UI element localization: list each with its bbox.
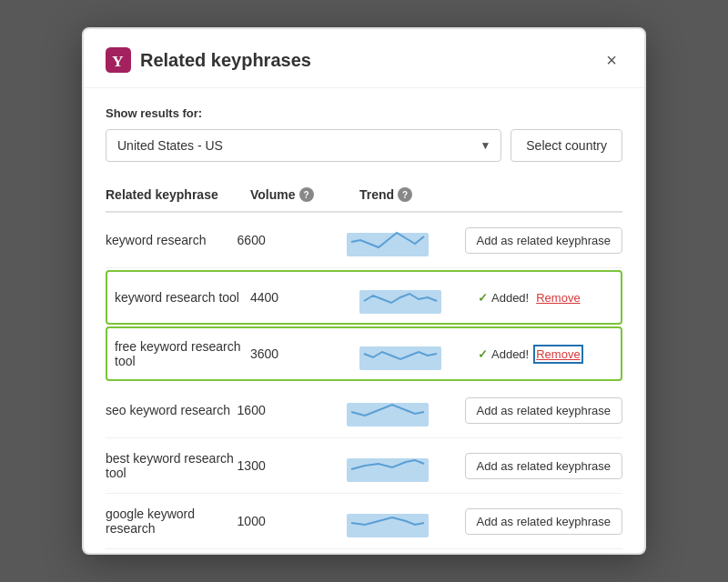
modal-body: Show results for: United States - US ▼ S… [84, 88, 644, 553]
country-select[interactable]: United States - US [106, 129, 501, 162]
volume-cell: 1300 [238, 458, 347, 473]
overlay: Y Related keyphrases × Show results for:… [0, 0, 728, 582]
svg-rect-3 [359, 290, 441, 314]
col-header-action [478, 187, 622, 202]
show-results-label: Show results for: [106, 106, 622, 120]
table-row: keyword research 6600 Add as related key… [106, 213, 622, 268]
trend-cell [347, 449, 465, 482]
col-header-volume: Volume ? [250, 187, 359, 202]
action-cell: Add as related keyphrase [465, 453, 622, 479]
add-keyphrase-button[interactable]: Add as related keyphrase [465, 397, 622, 424]
add-keyphrase-button[interactable]: Add as related keyphrase [465, 508, 622, 535]
table-header: Related keyphrase Volume ? Trend ? [106, 180, 622, 213]
checkmark-icon: ✓ [478, 291, 488, 305]
added-label: Added! [491, 347, 529, 361]
remove-keyphrase-button[interactable]: Remove [536, 347, 580, 361]
svg-rect-2 [347, 233, 429, 256]
action-cell: ✓ Added! Remove [478, 347, 613, 361]
add-keyphrase-button[interactable]: Add as related keyphrase [465, 453, 622, 479]
trend-cell [347, 394, 465, 426]
volume-cell: 4400 [250, 290, 359, 305]
table-row: seo keyword research 1600 Add as related… [106, 383, 622, 438]
action-cell: Add as related keyphrase [465, 508, 622, 535]
action-cell: ✓ Added! Remove [478, 291, 613, 305]
volume-cell: 6600 [238, 233, 347, 247]
trend-sparkline [359, 281, 441, 314]
close-button[interactable]: × [601, 47, 622, 73]
added-indicator: ✓ Added! [478, 347, 529, 361]
added-label: Added! [491, 291, 529, 305]
select-country-button[interactable]: Select country [511, 129, 622, 162]
trend-sparkline [347, 394, 429, 426]
col-header-keyphrase: Related keyphrase [106, 187, 250, 202]
country-row: United States - US ▼ Select country [106, 129, 622, 162]
yoast-logo-icon: Y [106, 47, 131, 73]
keyphrase-cell: seo keyword research [106, 403, 238, 417]
trend-sparkline [347, 449, 429, 482]
volume-help-icon[interactable]: ? [299, 187, 314, 202]
volume-cell: 1000 [238, 514, 347, 528]
action-cell: Add as related keyphrase [465, 227, 622, 254]
trend-cell [347, 224, 465, 256]
keyphrase-cell: best keyword research tool [106, 451, 238, 480]
volume-cell: 3600 [250, 346, 359, 361]
trend-sparkline [347, 224, 429, 256]
keyphrase-cell: free keyword research tool [115, 339, 250, 368]
modal-title: Related keyphrases [140, 50, 601, 71]
svg-rect-6 [347, 458, 429, 482]
checkmark-icon: ✓ [478, 347, 488, 361]
keyphrase-cell: keyword research [106, 233, 238, 247]
modal-dialog: Y Related keyphrases × Show results for:… [82, 27, 646, 555]
volume-cell: 1600 [238, 403, 347, 417]
trend-cell [347, 505, 465, 537]
keyphrases-table: Related keyphrase Volume ? Trend ? keywo… [106, 180, 622, 549]
added-indicator: ✓ Added! [478, 291, 529, 305]
remove-keyphrase-button[interactable]: Remove [536, 291, 580, 305]
country-select-wrapper: United States - US ▼ [106, 129, 501, 162]
keyphrase-cell: keyword research tool [115, 290, 250, 305]
table-row: free keyword research tool 3600 ✓ Added! [106, 326, 622, 381]
modal-header: Y Related keyphrases × [84, 29, 644, 88]
trend-sparkline [359, 337, 441, 370]
add-keyphrase-button[interactable]: Add as related keyphrase [465, 227, 622, 254]
table-row: google keyword research 1000 Add as rela… [106, 494, 622, 549]
table-row: keyword research tool 4400 ✓ Added! [106, 270, 622, 325]
trend-cell [359, 281, 478, 314]
action-cell: Add as related keyphrase [465, 397, 622, 424]
svg-text:Y: Y [112, 52, 124, 70]
trend-cell [359, 337, 478, 370]
table-row: best keyword research tool 1300 Add as r… [106, 438, 622, 494]
trend-sparkline [347, 505, 429, 537]
trend-help-icon[interactable]: ? [398, 187, 412, 202]
svg-rect-7 [347, 514, 429, 537]
keyphrase-cell: google keyword research [106, 507, 238, 536]
col-header-trend: Trend ? [359, 187, 478, 202]
